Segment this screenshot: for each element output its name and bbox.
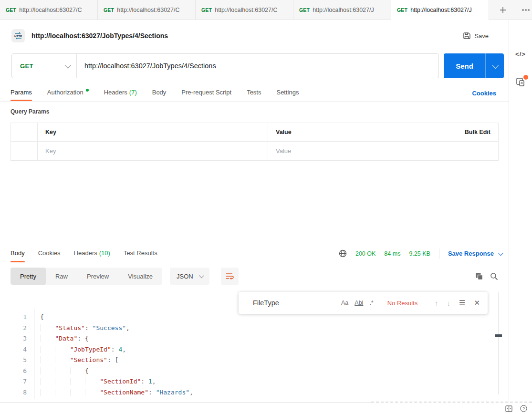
open-request-tab-3[interactable]: GEThttp://localhost:63027/C <box>196 0 293 20</box>
response-tabs-row: Body Cookies Headers(10) Test Results 20… <box>0 244 509 263</box>
chevron-down-icon <box>64 62 71 69</box>
key-column-header: Key <box>38 123 268 141</box>
method-select[interactable]: GET <box>12 54 77 78</box>
whole-word-toggle[interactable]: Abl <box>355 300 363 306</box>
search-icon[interactable] <box>490 272 498 280</box>
find-in-response-overlay: Aa Abl .* No Results ↑ ↓ ☰ ✕ <box>239 292 488 314</box>
code-line: 4 "JobTypeId": 4, <box>0 344 509 355</box>
tab-url-label: http://localhost:63027/C <box>215 7 277 13</box>
next-match-icon[interactable]: ↓ <box>447 299 450 307</box>
code-line: 7 "SectionId": 1, <box>0 376 509 387</box>
divider <box>439 248 439 259</box>
console-panel-icon[interactable] <box>505 405 512 412</box>
response-time[interactable]: 84 ms <box>384 250 400 257</box>
panel-resize-handle[interactable] <box>371 402 532 403</box>
line-number: 2 <box>0 323 27 334</box>
code-line: 8 "SectionName": "Hazards", <box>0 387 509 398</box>
view-raw[interactable]: Raw <box>46 268 77 285</box>
view-pretty[interactable]: Pretty <box>10 268 46 285</box>
code-snippet-icon[interactable]: </> <box>515 51 526 58</box>
line-number: 6 <box>0 366 27 377</box>
view-mode-group: Pretty Raw Preview Visualize <box>10 268 162 285</box>
code-line: 3 "Data": { <box>0 333 509 344</box>
find-input[interactable] <box>253 299 341 307</box>
bulk-edit-button[interactable]: Bulk Edit <box>465 129 490 135</box>
save-label: Save <box>474 32 489 40</box>
save-button[interactable]: Save <box>458 29 493 42</box>
response-headers-count: (10) <box>99 249 110 257</box>
response-toolbar-right <box>475 272 498 280</box>
url-box: GET <box>11 53 439 78</box>
code-scrollbar-track <box>498 292 499 394</box>
tab-headers[interactable]: Headers(7) <box>104 85 137 101</box>
view-visualize[interactable]: Visualize <box>118 268 162 285</box>
open-request-tab-5[interactable]: GEThttp://localhost:63027/J <box>391 0 489 20</box>
url-input[interactable] <box>77 62 438 70</box>
send-label[interactable]: Send <box>444 53 486 78</box>
method-value: GET <box>20 62 65 70</box>
tab-settings[interactable]: Settings <box>276 85 299 101</box>
comments-icon[interactable] <box>516 77 525 87</box>
open-request-tab-2[interactable]: GEThttp://localhost:63027/C <box>98 0 196 20</box>
response-meta: 200 OK 84 ms 9.25 KB Save Response <box>339 248 502 259</box>
tab-method-badge: GET <box>6 7 16 13</box>
tab-url-label: http://localhost:63027/C <box>19 7 82 13</box>
response-tab-body[interactable]: Body <box>10 245 25 262</box>
network-globe-icon[interactable] <box>339 249 347 258</box>
wrap-text-button[interactable] <box>221 268 239 285</box>
tab-url-label: http://localhost:63027/J <box>313 7 374 13</box>
close-search-icon[interactable]: ✕ <box>474 299 480 307</box>
response-tab-test-results[interactable]: Test Results <box>124 245 157 262</box>
param-key-input[interactable] <box>45 147 260 155</box>
response-size[interactable]: 9.25 KB <box>409 250 430 257</box>
headers-count: (7) <box>129 89 137 96</box>
search-results-label: No Results <box>387 300 418 307</box>
chevron-down-icon <box>198 273 204 278</box>
help-icon[interactable]: ? <box>520 405 527 412</box>
send-options-caret[interactable] <box>486 53 504 78</box>
code-scrollbar-thumb[interactable] <box>495 334 502 337</box>
tab-method-badge: GET <box>104 7 114 13</box>
code-line: 6 { <box>0 366 509 377</box>
tab-method-badge: GET <box>299 7 310 13</box>
response-tab-headers[interactable]: Headers(10) <box>74 245 110 262</box>
tab-tests[interactable]: Tests <box>247 85 261 101</box>
row-select-cell <box>11 142 38 160</box>
tab-pre-request-script[interactable]: Pre-request Script <box>181 85 231 101</box>
response-toolbar: Pretty Raw Preview Visualize JSON <box>0 267 509 286</box>
tab-body[interactable]: Body <box>152 85 167 101</box>
open-request-tab-4[interactable]: GEThttp://localhost:63027/J <box>293 0 391 20</box>
svg-text:HTTP: HTTP <box>14 34 22 38</box>
send-button[interactable]: Send <box>444 53 504 78</box>
tab-params[interactable]: Params <box>10 85 32 101</box>
find-in-selection-icon[interactable]: ☰ <box>459 299 465 307</box>
request-header: HTTP http://localhost:63027/JobTypes/4/S… <box>0 20 509 52</box>
tab-bar-actions <box>489 0 531 20</box>
response-code: 1{2 "Status": "Success",3 "Data": {4 "Jo… <box>0 312 509 398</box>
tab-authorization[interactable]: Authorization <box>47 85 89 101</box>
response-bottom-border <box>0 402 371 403</box>
notification-dot <box>523 75 528 80</box>
new-tab-button[interactable] <box>498 5 508 15</box>
previous-match-icon[interactable]: ↑ <box>435 299 438 307</box>
param-value-input[interactable] <box>276 147 490 155</box>
query-params-header-row: Key Value Bulk Edit <box>11 123 498 142</box>
open-request-tab-1[interactable]: GEThttp://localhost:63027/C <box>0 0 98 20</box>
copy-icon[interactable] <box>475 272 483 280</box>
match-case-toggle[interactable]: Aa <box>341 300 348 306</box>
response-tab-cookies[interactable]: Cookies <box>38 245 61 262</box>
cookies-link[interactable]: Cookies <box>472 90 496 97</box>
code-line: 5 "Sections": [ <box>0 355 509 366</box>
http-request-icon: HTTP <box>11 29 25 42</box>
regex-toggle[interactable]: .* <box>369 300 373 306</box>
chevron-down-icon <box>498 250 503 255</box>
more-options-icon[interactable] <box>521 5 531 15</box>
view-preview[interactable]: Preview <box>77 268 118 285</box>
status-badge[interactable]: 200 OK <box>355 250 376 257</box>
save-response-button[interactable]: Save Response <box>448 250 502 257</box>
tab-method-badge: GET <box>397 7 407 13</box>
line-number: 1 <box>0 312 27 323</box>
request-title: http://localhost:63027/JobTypes/4/Sectio… <box>31 32 458 40</box>
format-select[interactable]: JSON <box>170 268 209 285</box>
authorization-status-dot <box>86 89 89 92</box>
